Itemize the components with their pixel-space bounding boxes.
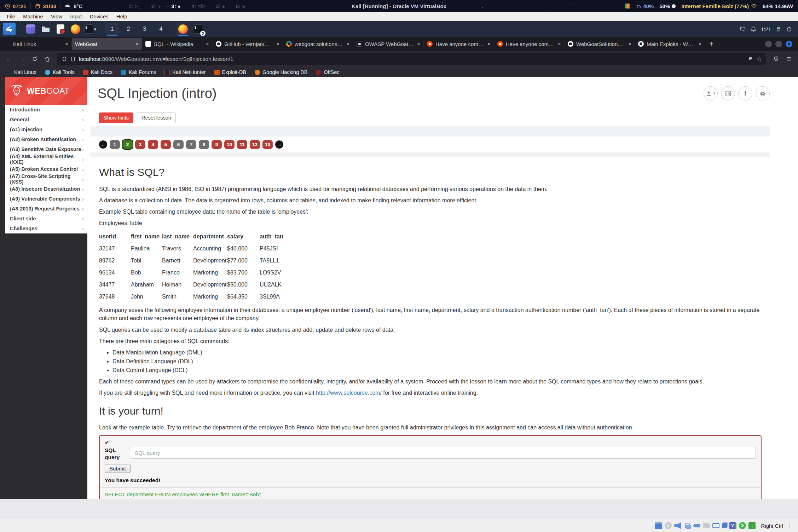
forward-button[interactable]: → bbox=[16, 53, 28, 65]
tab-close-icon[interactable]: ✕ bbox=[417, 41, 421, 47]
page-number-button[interactable]: 7 bbox=[186, 140, 196, 149]
close-button[interactable]: ✕ bbox=[786, 41, 792, 47]
page-number-button[interactable]: 3 bbox=[135, 140, 145, 149]
browser-tab[interactable]: WebGoat ✕ bbox=[72, 38, 142, 50]
bookmark-item[interactable]: Kali NetHunter bbox=[164, 69, 206, 75]
resize-grip[interactable] bbox=[789, 524, 790, 528]
page-number-button[interactable]: 9 bbox=[212, 140, 222, 149]
notification-bell-icon[interactable] bbox=[750, 26, 757, 32]
new-tab-button[interactable]: + bbox=[705, 38, 717, 50]
bookmark-item[interactable]: OffSec bbox=[316, 69, 339, 75]
sidebar-menu-item[interactable]: (A4) XML External Entities (XXE) › bbox=[5, 154, 87, 164]
tab-close-icon[interactable]: ✕ bbox=[487, 41, 491, 47]
url-bar[interactable]: localhost:8080/WebGoat/start.mvc#lesson/… bbox=[57, 53, 766, 65]
bookmark-item[interactable]: Kali Docs bbox=[83, 69, 112, 75]
page-number-button[interactable]: 10 bbox=[224, 140, 235, 149]
browser-tab[interactable]: Kali Linux ✕ bbox=[1, 38, 72, 50]
sidebar-menu-item[interactable]: General › bbox=[5, 115, 87, 125]
reload-button[interactable] bbox=[29, 53, 40, 65]
about-button[interactable]: i bbox=[738, 86, 752, 100]
network-indicator[interactable]: Internet Familie Bolz (77%) bbox=[681, 3, 757, 9]
vbox-menu-item[interactable]: View bbox=[47, 13, 66, 19]
sql-query-input[interactable] bbox=[131, 447, 756, 459]
brightness-indicator[interactable]: 50% bbox=[659, 3, 676, 9]
host-workspace[interactable]: 1: >_ bbox=[128, 3, 141, 9]
tab-close-icon[interactable]: ✕ bbox=[206, 41, 209, 47]
show-hints-button[interactable]: Show hints bbox=[99, 112, 133, 123]
kali-menu-button[interactable] bbox=[3, 23, 16, 35]
session-status-icon[interactable]: ⟳ bbox=[739, 522, 746, 529]
host-workspace[interactable]: 6: ● bbox=[236, 3, 245, 9]
sidebar-menu-item[interactable]: (A8) Insecure Deserialization › bbox=[5, 184, 87, 194]
audio-indicator[interactable]: 40% bbox=[636, 3, 654, 9]
vbox-menu-item[interactable]: Help bbox=[112, 13, 131, 19]
browser-tab[interactable]: webgoat solutions - Go ✕ bbox=[283, 38, 353, 50]
page-info-icon[interactable] bbox=[70, 56, 76, 62]
sidebar-menu-item[interactable]: (A8:2013) Request Forgeries › bbox=[5, 204, 87, 214]
host-workspace[interactable]: 3: ● bbox=[171, 3, 181, 9]
host-workspace[interactable]: 2: ◑ bbox=[151, 3, 161, 9]
scoreboard-button[interactable] bbox=[721, 86, 735, 100]
browser-tab[interactable]: Have anyone complete ✕ bbox=[494, 38, 565, 50]
recording-status-icon[interactable]: V bbox=[729, 522, 736, 529]
extension-shield-button[interactable] bbox=[770, 53, 782, 65]
page-number-button[interactable]: 1 bbox=[110, 140, 120, 149]
browser-tab[interactable]: WebGoatSolutions/Sql ✕ bbox=[565, 38, 635, 50]
shield-icon[interactable] bbox=[62, 56, 67, 62]
reader-mode-icon[interactable] bbox=[748, 56, 753, 62]
display-status-icon[interactable] bbox=[712, 523, 719, 528]
user-menu-button[interactable]: ▼ bbox=[704, 86, 718, 100]
page-number-button[interactable]: 6 bbox=[173, 140, 184, 149]
sidebar-menu-item[interactable]: Introduction › bbox=[5, 105, 87, 115]
audio-status-icon[interactable] bbox=[674, 522, 681, 529]
guest-workspace[interactable]: 2 bbox=[122, 23, 135, 35]
sidebar-menu-item[interactable]: (A5) Broken Access Control › bbox=[5, 164, 87, 174]
chevron-down-icon[interactable]: ▾ bbox=[94, 27, 97, 32]
bookmark-item[interactable]: Exploit-DB bbox=[214, 69, 247, 75]
network-status-icon[interactable] bbox=[685, 524, 690, 528]
page-number-button[interactable]: 11 bbox=[237, 140, 247, 149]
reset-lesson-button[interactable]: Reset lesson bbox=[137, 112, 176, 123]
tab-close-icon[interactable]: ✕ bbox=[65, 41, 69, 47]
sidebar-menu-item[interactable]: (A1) Injection › bbox=[5, 125, 87, 134]
tab-close-icon[interactable]: ✕ bbox=[628, 41, 632, 47]
url-text[interactable]: localhost:8080/WebGoat/start.mvc#lesson/… bbox=[79, 56, 745, 62]
shared-folder-icon[interactable] bbox=[703, 523, 710, 528]
firefox-window-button[interactable] bbox=[177, 23, 189, 35]
tab-close-icon[interactable]: ✕ bbox=[346, 41, 350, 47]
home-button[interactable] bbox=[42, 53, 53, 65]
submit-button[interactable]: Submit bbox=[105, 464, 131, 473]
tab-close-icon[interactable]: ✕ bbox=[135, 41, 139, 47]
host-workspace[interactable]: 4: </> bbox=[191, 3, 205, 9]
terminal-launcher[interactable]: $ ▾ bbox=[84, 23, 97, 35]
sidebar-menu-item[interactable]: (A7) Cross-Site Scripting (XSS) › bbox=[5, 174, 87, 184]
text-editor-launcher[interactable] bbox=[54, 23, 67, 35]
page-number-button[interactable]: 13 bbox=[262, 140, 273, 149]
lock-icon[interactable] bbox=[775, 26, 782, 32]
page-number-button[interactable]: 8 bbox=[199, 140, 209, 149]
vbox-menu-item[interactable]: Input bbox=[66, 13, 86, 19]
bookmark-item[interactable]: Google Hacking DB bbox=[255, 69, 307, 75]
file-manager-launcher[interactable] bbox=[24, 23, 37, 35]
optical-drive-icon[interactable] bbox=[665, 522, 672, 529]
guest-workspace[interactable]: 4 bbox=[154, 23, 168, 35]
page-number-button[interactable]: 12 bbox=[250, 140, 260, 149]
browser-tab[interactable]: Main Exploits · WebGo ✕ bbox=[635, 38, 705, 50]
contact-button[interactable] bbox=[756, 86, 770, 100]
tab-close-icon[interactable]: ✕ bbox=[276, 41, 280, 47]
webgoat-logo[interactable]: WEBGOAT bbox=[5, 77, 87, 105]
machine-windows-icon[interactable] bbox=[722, 523, 727, 528]
back-button[interactable]: ← bbox=[4, 53, 15, 65]
browser-tab[interactable]: GitHub - vernjan/webg ✕ bbox=[213, 38, 283, 50]
bookmark-item[interactable]: Kali Tools bbox=[45, 69, 75, 75]
maximize-button[interactable] bbox=[775, 41, 782, 47]
guest-workspace[interactable]: 1 bbox=[105, 23, 119, 35]
page-number-button[interactable]: 5 bbox=[161, 140, 171, 149]
tab-close-icon[interactable]: ✕ bbox=[557, 41, 561, 47]
browser-tab[interactable]: SQL – Wikipedia ✕ bbox=[142, 38, 213, 50]
sidebar-menu-item[interactable]: (A2) Broken Authentication › bbox=[5, 134, 87, 144]
usb-status-icon[interactable] bbox=[693, 524, 700, 527]
page-number-button[interactable]: 4 bbox=[148, 140, 158, 149]
guest-clock[interactable]: 1:21 bbox=[761, 26, 771, 32]
sqlcourse-link[interactable]: http://www.sqlcourse.com/ bbox=[316, 390, 382, 396]
